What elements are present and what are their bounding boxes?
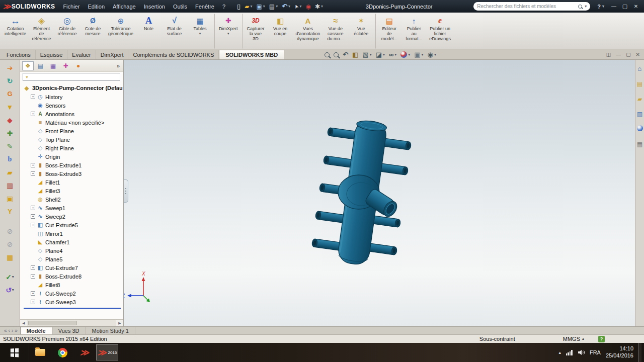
- ribbon-tab[interactable]: Evaluer: [67, 50, 96, 59]
- toolbar-button[interactable]: [7, 240, 13, 248]
- panel-collapse-handle[interactable]: [124, 179, 128, 203]
- help-menu[interactable]: ?: [593, 4, 608, 10]
- view-tool-button[interactable]: [343, 51, 348, 58]
- toolbar-button[interactable]: [7, 103, 14, 111]
- toolbar-button[interactable]: [6, 273, 14, 281]
- language-indicator[interactable]: FRA: [590, 349, 601, 355]
- expand-icon[interactable]: +: [31, 274, 35, 279]
- tree-item[interactable]: + Fillet8: [21, 281, 123, 289]
- expand-icon[interactable]: +: [31, 112, 35, 116]
- menu-item[interactable]: Fichier: [59, 1, 84, 12]
- tree-item[interactable]: + Sweep1: [21, 204, 123, 212]
- task-pane-tab[interactable]: [637, 94, 642, 103]
- expand-icon[interactable]: +: [31, 265, 35, 270]
- expand-icon[interactable]: +: [31, 291, 35, 296]
- network-icon[interactable]: [566, 350, 573, 355]
- tree-item[interactable]: + Fillet1: [21, 178, 123, 187]
- toolbar-button[interactable]: [7, 76, 13, 85]
- tree-item[interactable]: + Sweep2: [21, 212, 123, 221]
- task-pane-tab[interactable]: [637, 109, 642, 118]
- pump-connector-part[interactable]: [311, 119, 411, 266]
- tree-item[interactable]: + Plane5: [21, 255, 123, 263]
- toolbar-button[interactable]: [7, 142, 13, 150]
- tab-scroll-button[interactable]: ‹: [9, 328, 10, 333]
- toolbar-button[interactable]: [7, 129, 13, 137]
- menu-item[interactable]: Outils: [169, 1, 191, 12]
- start-button[interactable]: [0, 343, 29, 362]
- view-tool-button[interactable]: [400, 51, 410, 58]
- minimize-doc-icon[interactable]: [616, 52, 621, 57]
- menu-item[interactable]: ?: [218, 1, 229, 12]
- ribbon-button[interactable]: Tolérance géométrique: [106, 14, 136, 49]
- ribbon-button[interactable]: Cotation intelligente: [2, 14, 29, 49]
- toolbar-button[interactable]: [235, 2, 242, 11]
- ribbon-button[interactable]: Note: [136, 14, 162, 49]
- task-pane-tab[interactable]: [637, 139, 642, 148]
- toolbar-button[interactable]: [304, 3, 312, 11]
- expand-icon[interactable]: +: [31, 223, 35, 227]
- toolbar-button[interactable]: [7, 63, 13, 72]
- ribbon-button[interactable]: Tables: [187, 14, 213, 49]
- toolbar-button[interactable]: [8, 155, 12, 163]
- panel-tab[interactable]: [22, 61, 34, 70]
- tab-scroll-button[interactable]: «: [4, 328, 7, 333]
- ribbon-button[interactable]: Vues d'annotation dynamique: [293, 14, 323, 49]
- toolbar-button[interactable]: [313, 3, 325, 11]
- toolbar-button[interactable]: [268, 3, 279, 11]
- show-desktop-button[interactable]: [638, 343, 641, 362]
- tab-scroll-button[interactable]: ›: [12, 328, 13, 333]
- tree-item[interactable]: + Chamfer1: [21, 238, 123, 246]
- ribbon-tab[interactable]: Compléments de SOLIDWORKS: [128, 50, 219, 59]
- expand-icon[interactable]: +: [31, 300, 35, 304]
- view-tool-button[interactable]: [376, 51, 385, 58]
- scrollbar-track[interactable]: [27, 320, 116, 326]
- menu-item[interactable]: Fenêtre: [191, 1, 218, 12]
- close-icon[interactable]: [630, 2, 641, 11]
- ribbon-button[interactable]: Publier au format...: [401, 14, 427, 49]
- tree-item[interactable]: + Boss-Extrude1: [21, 161, 123, 169]
- view-tool-button[interactable]: [362, 51, 371, 58]
- rollback-bar[interactable]: [24, 308, 121, 309]
- ribbon-button[interactable]: Publier un fichier eDrawings: [427, 14, 453, 49]
- ribbon-button[interactable]: Cible de référence: [54, 14, 80, 49]
- panel-tab[interactable]: [72, 61, 84, 70]
- ribbon-tab[interactable]: SOLIDWORKS MBD: [219, 50, 284, 59]
- tray-expand-icon[interactable]: [558, 350, 561, 355]
- ribbon-button[interactable]: DimXpert: [214, 14, 240, 49]
- menu-item[interactable]: Affichage: [109, 1, 140, 12]
- tree-item[interactable]: + Front Plane: [21, 127, 123, 135]
- menu-item[interactable]: Insertion: [140, 1, 169, 12]
- document-tab[interactable]: Motion Study 1: [86, 327, 135, 334]
- taskbar-solidworks[interactable]: [73, 343, 96, 362]
- tree-item[interactable]: + Cut-Sweep3: [21, 298, 123, 306]
- tree-item[interactable]: + Annotations: [21, 110, 123, 118]
- tree-item[interactable]: + Plane4: [21, 246, 123, 255]
- toolbar-button[interactable]: [7, 89, 12, 98]
- ribbon-button[interactable]: Vue de cassure du mo...: [323, 14, 348, 49]
- document-tab[interactable]: Vues 3D: [52, 327, 86, 334]
- graphics-viewport[interactable]: X Z: [124, 60, 635, 326]
- panel-tab[interactable]: [60, 61, 71, 70]
- menu-item[interactable]: Edition: [84, 1, 109, 12]
- expand-icon[interactable]: +: [31, 95, 35, 99]
- close-doc-icon[interactable]: [636, 52, 640, 57]
- tree-item[interactable]: + Shell2: [21, 195, 123, 204]
- ribbon-button[interactable]: Vue en coupe: [268, 14, 293, 49]
- search-input[interactable]: [477, 4, 576, 9]
- ribbon-tab[interactable]: DimXpert: [96, 50, 129, 59]
- view-tool-button[interactable]: [352, 51, 358, 58]
- tab-scroll-button[interactable]: »: [15, 328, 18, 333]
- viewport-split-icon[interactable]: [606, 52, 611, 57]
- task-pane-tab[interactable]: [637, 124, 643, 133]
- expand-icon[interactable]: +: [31, 214, 35, 219]
- ribbon-button[interactable]: Elément de référence: [29, 14, 54, 49]
- restore-doc-icon[interactable]: [626, 52, 630, 57]
- toolbar-button[interactable]: [7, 116, 13, 124]
- toolbar-button[interactable]: [6, 286, 14, 294]
- tree-item[interactable]: + Fillet3: [21, 187, 123, 195]
- speaker-icon[interactable]: [578, 349, 585, 355]
- tree-filter-input[interactable]: [31, 74, 118, 80]
- toolbar-button[interactable]: [7, 181, 13, 190]
- ribbon-tab[interactable]: Esquisse: [36, 50, 68, 59]
- view-tool-button[interactable]: [414, 51, 423, 58]
